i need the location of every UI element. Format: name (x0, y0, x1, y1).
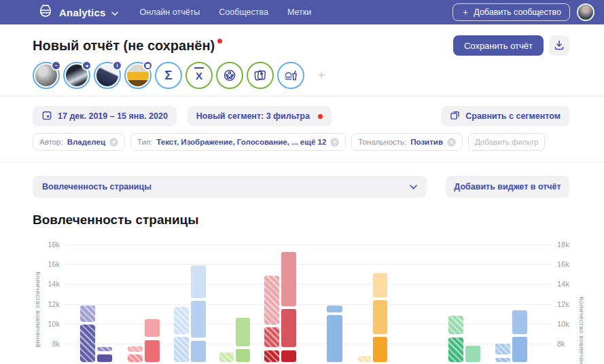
filter-chip-value: Позитив (410, 138, 443, 146)
bar-segment[interactable] (96, 354, 113, 363)
community-avatar-2[interactable]: ◂ (63, 62, 90, 89)
grid-badge-icon: ▦ (143, 60, 153, 71)
reel-icon (219, 65, 241, 86)
community-avatar-1[interactable]: − (33, 62, 60, 89)
filter-chip-3[interactable]: Тональность:Позитив✕ (351, 133, 463, 151)
remove-filter-icon[interactable]: ✕ (330, 138, 339, 147)
bar-segment[interactable] (326, 314, 343, 362)
page-title: Новый отчёт (не сохранён) (33, 38, 230, 54)
add-widget-button[interactable]: Добавить виджет в отчёт (446, 176, 569, 198)
bar-segment[interactable] (512, 310, 528, 335)
mean-icon: X (188, 65, 210, 86)
bar-segment[interactable] (448, 315, 464, 335)
nav-link-2[interactable]: Сообщества (219, 7, 268, 17)
sigma-icon: Σ (158, 65, 179, 86)
add-filter-button[interactable]: Добавить фильтр (468, 133, 545, 151)
fastfood-widget-circle[interactable] (277, 62, 304, 89)
widget-select[interactable]: Вовлеченность страницы (33, 176, 427, 198)
add-community-circle-button[interactable]: + (308, 62, 335, 89)
filter-chip-1[interactable]: Автор:Владелец✕ (33, 133, 125, 151)
y-tick-label-right: 18k (557, 240, 569, 249)
gridline (65, 244, 551, 245)
filter-chip-label: Автор: (39, 138, 63, 146)
bar-segment[interactable] (219, 352, 234, 363)
gridline (65, 324, 551, 325)
save-report-button[interactable]: Сохранить отчёт (453, 35, 544, 56)
y-tick-label-right: 14k (557, 280, 569, 288)
bar-segment[interactable] (79, 305, 96, 323)
docs-widget-circle[interactable] (247, 62, 274, 89)
bar-segment[interactable] (512, 336, 528, 363)
bar-segment[interactable] (235, 348, 251, 362)
filter-chip-2[interactable]: Тип:Текст, Изображение, Голосование, ...… (130, 133, 346, 151)
bar-segment[interactable] (127, 346, 143, 352)
brand-menu[interactable]: Analytics (37, 3, 118, 22)
bar-segment[interactable] (372, 272, 388, 298)
bar-segment[interactable] (264, 275, 280, 325)
docs-icon (249, 65, 271, 86)
community-avatar-4[interactable]: ▦ (124, 62, 152, 89)
bar-segment[interactable] (190, 340, 207, 363)
y-tick-label-left: 12k (38, 300, 60, 308)
bar-segment[interactable] (281, 308, 297, 348)
mean-widget-circle[interactable]: X (185, 62, 213, 89)
filter-chip-value: Текст, Изображение, Голосование, ... ещё… (156, 138, 326, 146)
bar-segment[interactable] (127, 354, 143, 363)
bar-segment[interactable] (465, 345, 481, 363)
bar-segment[interactable] (190, 265, 207, 299)
top-navbar: Analytics Онлайн отчётыСообществаМетки ＋… (0, 0, 604, 24)
remove-filter-icon[interactable]: ✕ (109, 138, 118, 147)
y-tick-label-right: 12k (557, 300, 569, 308)
bar-segment[interactable] (372, 336, 388, 362)
bar-segment[interactable] (495, 343, 511, 356)
community-avatar-3[interactable]: i (94, 62, 121, 89)
plus-icon: ＋ (461, 7, 470, 18)
bar-segment[interactable] (372, 299, 388, 335)
brand-name: Analytics (59, 7, 106, 18)
bar-segment[interactable] (264, 327, 280, 348)
y-tick-label-right: 16k (557, 260, 569, 268)
filter-chips-row: Автор:Владелец✕Тип:Текст, Изображение, Г… (33, 133, 569, 151)
bar-segment[interactable] (96, 346, 113, 352)
gridline (65, 284, 551, 285)
bar-segment[interactable] (144, 340, 160, 363)
bar-segment[interactable] (281, 251, 297, 306)
bar-segment[interactable] (448, 337, 464, 363)
bar-segment[interactable] (144, 318, 160, 338)
bar-segment[interactable] (264, 350, 280, 363)
calendar-icon (41, 110, 52, 123)
filter-chip-label: Тип: (137, 138, 152, 146)
chart-title: Вовлеченность страницы (33, 213, 604, 228)
user-avatar[interactable] (577, 3, 594, 21)
bar-segment[interactable] (495, 357, 511, 363)
bar-segment[interactable] (190, 300, 207, 338)
unsaved-dot (217, 39, 222, 43)
y-tick-label-left: 8k (38, 340, 60, 348)
analytics-page: Analytics Онлайн отчётыСообществаМетки ＋… (0, 0, 604, 364)
bar-segment[interactable] (79, 324, 96, 363)
arrow-badge-icon: ◂ (82, 60, 92, 71)
bar-segment[interactable] (173, 336, 190, 362)
remove-filter-icon[interactable]: ✕ (447, 138, 456, 147)
sigma-widget-circle[interactable]: Σ (155, 62, 182, 89)
segment-alert-dot (318, 114, 323, 119)
compare-segment-button[interactable]: Сравнить с сегментом (441, 106, 569, 126)
nav-link-3[interactable]: Метки (287, 7, 311, 17)
filter-chip-label: Тональность: (358, 138, 406, 146)
engagement-chart: Количество вовлечений Количество вовлече… (0, 232, 604, 364)
fastfood-icon (280, 65, 302, 86)
y-axis-title-right: Количество вовлечений (578, 297, 586, 364)
nav-link-1[interactable]: Онлайн отчёты (140, 7, 200, 17)
y-tick-label-left: 16k (38, 260, 60, 268)
export-button[interactable] (549, 35, 569, 56)
bar-segment[interactable] (173, 306, 190, 335)
segment-selector[interactable]: Новый сегмент: 3 фильтра (188, 106, 332, 126)
date-range-selector[interactable]: 17 дек. 2019 – 15 янв. 2020 (33, 106, 177, 126)
reel-widget-circle[interactable] (216, 62, 243, 89)
bar-segment[interactable] (235, 317, 251, 347)
gridline (65, 304, 551, 305)
add-community-button[interactable]: ＋ Добавить сообщество (452, 3, 570, 21)
bar-segment[interactable] (281, 350, 297, 363)
bar-segment[interactable] (326, 305, 343, 313)
bar-segment[interactable] (357, 355, 372, 363)
